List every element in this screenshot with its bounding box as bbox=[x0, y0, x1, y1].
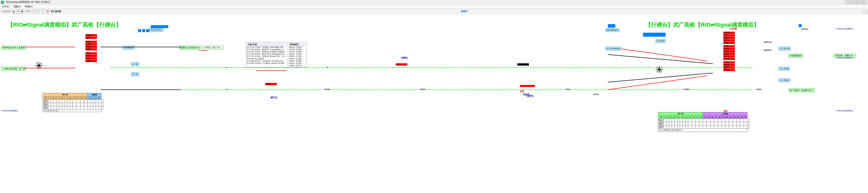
conn-r-7[interactable]: 出入库A线 bbox=[779, 67, 790, 71]
train-065013b[interactable]: 065013-B bbox=[764, 41, 772, 43]
plat-lbl: 42635 bbox=[86, 36, 91, 38]
station-name: 赤壁北 bbox=[394, 56, 414, 60]
menubar: 文件(F) 视图(V) 帮助(H) bbox=[0, 4, 868, 9]
train-g534[interactable]: G534 bbox=[565, 88, 571, 90]
plat-lbl: 05202 bbox=[86, 57, 91, 59]
sim-clock: 07:18:00 bbox=[51, 10, 61, 13]
depot-sq-1[interactable] bbox=[138, 29, 141, 32]
conn-r-3[interactable]: 出入库口线 bbox=[779, 47, 790, 51]
train-0g2101[interactable]: 0G2101 bbox=[801, 28, 809, 30]
menu-file[interactable]: 文件(F) bbox=[1, 5, 10, 8]
conn-r-8[interactable]: 出入库B线 bbox=[779, 78, 790, 82]
plat-lbl: 0G825 bbox=[86, 48, 91, 50]
plat-lbl: G1003 bbox=[86, 46, 91, 47]
closed-label: 封锁 bbox=[520, 90, 524, 93]
conn-left-6[interactable]: 出入段 bbox=[131, 62, 139, 66]
train-41176[interactable]: 41176 bbox=[593, 93, 599, 95]
redo-button[interactable]: ↷ bbox=[36, 10, 39, 13]
station-name: 长沙南 bbox=[721, 27, 746, 30]
history-group: ↶ ↷ bbox=[32, 10, 39, 13]
depot-sq-2[interactable] bbox=[142, 29, 145, 32]
panel-title-left: 【RIO⇌Signal调度模拟】武广高铁【行调台】 bbox=[7, 21, 121, 29]
conn-left-3[interactable]: （本线 郑武高客）武广南 bbox=[1, 67, 26, 71]
seg[interactable] bbox=[520, 85, 535, 87]
hub-sq[interactable] bbox=[799, 24, 802, 27]
sched-col-plan: 【运行计划】 07:15:30 -G1163+【正晚点】XianNingBei【… bbox=[247, 43, 286, 64]
plat-lbl: 0G5611 bbox=[86, 34, 92, 36]
plat-lbl: 05616 bbox=[266, 83, 271, 84]
minimize-button[interactable]: — bbox=[845, 0, 852, 4]
window-controls: — □ × bbox=[845, 0, 867, 4]
sched-hdr-left: 【运行计划】 bbox=[247, 43, 286, 46]
seg-r1[interactable] bbox=[25, 47, 75, 47]
seg-r2[interactable] bbox=[25, 68, 75, 68]
plat-lbl: G1521 bbox=[86, 40, 91, 42]
compass-right bbox=[655, 66, 663, 73]
occupancy-table-right[interactable]: 武广场沪昆场 内12345678910111213141516171819202… bbox=[658, 112, 749, 132]
seg[interactable] bbox=[608, 73, 713, 82]
conn-r-5[interactable]: 沪昆西线路所 bbox=[788, 54, 803, 58]
conn-r-2[interactable]: 长沙动车检修所 bbox=[605, 47, 621, 51]
link-rio-2[interactable]: RIO⇌Signal调度模拟 bbox=[836, 57, 853, 59]
station-name: 汨罗东 bbox=[515, 94, 545, 98]
play-button[interactable]: ▶ bbox=[12, 10, 16, 13]
train-0j5609[interactable]: 0J5609 bbox=[683, 88, 689, 90]
close-button[interactable]: × bbox=[860, 0, 867, 4]
menu-view[interactable]: 视图(V) bbox=[12, 5, 22, 8]
station-name: 咸宁北 bbox=[261, 96, 286, 99]
conn-r-9[interactable]: 渝广线路所（株洲西方向） bbox=[788, 88, 815, 92]
speed-label: 仿真速度 bbox=[1, 10, 10, 13]
plat-lbl: 41141 bbox=[396, 63, 401, 65]
depot-block-1[interactable] bbox=[151, 25, 168, 28]
sched-col-query: 【时刻查询】 -G6013+【101时刻表】 -DG708+【100时刻表】 -… bbox=[287, 43, 305, 66]
window-title: 【RIO⇌Signal调度模拟】武广高铁【行调台】 bbox=[5, 0, 51, 4]
schedule-popup[interactable]: 【运行计划】 07:15:30 -G1163+【正晚点】XianNingBei【… bbox=[246, 42, 306, 67]
conn-left-4[interactable]: 汉口线路所 bbox=[123, 46, 135, 50]
dir-arrow bbox=[226, 88, 227, 90]
occupancy-table-left[interactable]: 武广场检修库 内1234567891011121312345 到达 现在----… bbox=[43, 93, 103, 112]
hub-blk-1[interactable] bbox=[608, 24, 615, 28]
train-g6101[interactable]: G6101 bbox=[756, 88, 762, 90]
link-rio-3[interactable]: RIO⇌Signal调度模拟 bbox=[836, 110, 853, 112]
conn-r-4[interactable]: 停车基地 bbox=[655, 39, 665, 43]
conn-left-5[interactable]: 武汉动车段东 bbox=[149, 28, 163, 32]
train-g6185b[interactable]: G6185 bbox=[420, 88, 426, 90]
pause-button[interactable]: ⏸ bbox=[16, 10, 20, 13]
seg[interactable] bbox=[256, 71, 286, 71]
conn-left-1[interactable]: 郑州局新乡方向）盘龙城 bbox=[1, 46, 26, 50]
tag-0g06264: 0G 06264 bbox=[198, 49, 208, 52]
dir-arrow bbox=[226, 66, 227, 68]
conn-left-extra[interactable]: 汉宜线（枝江方向） bbox=[204, 46, 223, 50]
train-g6185[interactable]: G6185 bbox=[324, 88, 331, 90]
undo-button[interactable]: ↶ bbox=[32, 10, 35, 13]
menu-help[interactable]: 帮助(H) bbox=[24, 5, 34, 8]
cancel-button[interactable]: ✖ bbox=[46, 10, 50, 13]
scroll-status: 滚动中 bbox=[461, 10, 468, 13]
hub-blk-2[interactable] bbox=[643, 33, 665, 37]
conn-r-1[interactable]: 湖杭湖联络线 bbox=[605, 28, 619, 32]
dir-arrow bbox=[327, 66, 328, 68]
plat-lbl: G1003 bbox=[86, 43, 91, 45]
link-rio-4[interactable]: RIO⇌Signal调度模拟 bbox=[1, 110, 18, 112]
plat-lbl: G1274 bbox=[86, 60, 91, 61]
seg-b2[interactable] bbox=[100, 89, 181, 90]
rewind-label: 回退 bbox=[26, 10, 30, 13]
plat-lbl: G2925 bbox=[86, 52, 91, 54]
conn-left-7[interactable]: 出入段 bbox=[131, 72, 139, 76]
titlebar: 【RIO⇌Signal调度模拟】武广高铁【行调台】 — □ × bbox=[0, 0, 868, 4]
plat-lbl: G356 bbox=[86, 55, 90, 56]
mainline-down[interactable] bbox=[111, 89, 753, 90]
maximize-button[interactable]: □ bbox=[852, 0, 860, 4]
link-rio-1[interactable]: RIO⇌Signal调度模拟 bbox=[836, 28, 853, 30]
sched-hdr-right: 【时刻查询】 bbox=[288, 43, 305, 46]
stop-button[interactable]: ⏹ bbox=[21, 10, 24, 13]
toolbar: 仿真速度 ▶ ⏸ ⏹ 回退 ↶ ↷ ✔ ✖ 07:18:00 滚动中 bbox=[0, 9, 868, 14]
conn-left-8[interactable]: 连接线【沪昆场方向】 bbox=[179, 46, 202, 50]
depot-sq-3[interactable] bbox=[146, 29, 149, 32]
track-canvas[interactable]: 【RIO⇌Signal调度模拟】武广高铁【行调台】 【行调台】武广高铁【RIO⇌… bbox=[0, 14, 868, 188]
app-icon bbox=[1, 1, 4, 4]
confirm-button[interactable]: ✔ bbox=[41, 10, 44, 13]
seg-b1[interactable] bbox=[100, 47, 181, 47]
zoom-in-button[interactable]: + bbox=[864, 10, 868, 14]
train-000495b[interactable]: 000495-B bbox=[764, 49, 772, 51]
